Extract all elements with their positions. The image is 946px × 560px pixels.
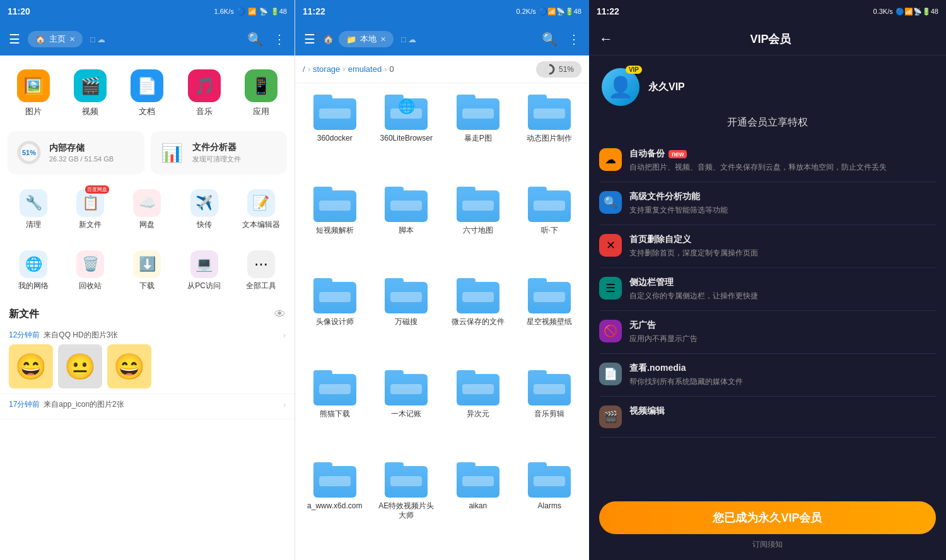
file-source-2: 来自app_icon的图片2张 bbox=[44, 399, 124, 410]
tool-alltools[interactable]: ⋯ 全部工具 bbox=[233, 245, 289, 296]
new-files-action[interactable]: 👁 bbox=[274, 308, 286, 321]
folder-awww[interactable]: a_www.x6d.com bbox=[300, 456, 370, 555]
tool-pcaccess[interactable]: 💻 从PC访问 bbox=[176, 245, 233, 296]
category-photos[interactable]: 🖼️ 图片 bbox=[5, 66, 62, 121]
folder-yimu[interactable]: 一木记账 bbox=[372, 364, 441, 453]
tool-recycle[interactable]: 🗑️ 回收站 bbox=[62, 245, 119, 296]
menu-button-2[interactable]: ☰ bbox=[301, 29, 318, 49]
analysis-text: 高级文件分析功能 支持重复文件智能筛选等功能 bbox=[629, 191, 728, 216]
backup-text: 自动备份 new 自动把图片、视频、音频、文件夹保存到云盘，释放本地空间，防止文… bbox=[629, 148, 887, 173]
internal-storage-size: 26.32 GB / 51.54 GB bbox=[49, 155, 114, 163]
bt-icon-2: 🔵📶📡🔋48 bbox=[539, 8, 581, 16]
folder-sixmap[interactable]: 六寸地图 bbox=[443, 180, 513, 270]
breadcrumb-storage[interactable]: storage bbox=[313, 64, 340, 74]
local-tab-close[interactable]: ✕ bbox=[380, 35, 386, 44]
search-button-1[interactable]: 🔍 bbox=[245, 29, 266, 49]
home-tab-close[interactable]: ✕ bbox=[69, 35, 75, 44]
tool-download[interactable]: ⬇️ 下载 bbox=[119, 245, 175, 296]
more-button-2[interactable]: ⋮ bbox=[565, 29, 583, 49]
folder-script[interactable]: 脚本 bbox=[372, 180, 441, 270]
local-tab[interactable]: 📁 本地 ✕ bbox=[339, 31, 394, 47]
photos-label: 图片 bbox=[25, 106, 42, 117]
folder-dongtai[interactable]: 动态图片制作 bbox=[515, 88, 585, 178]
vip-avatar: 👤 VIP bbox=[602, 68, 639, 106]
feature-noad: 🚫 无广告 应用内不再显示广告 bbox=[599, 311, 936, 354]
back-button[interactable]: ← bbox=[599, 31, 613, 47]
analyzer-sub: 发现可清理文件 bbox=[192, 155, 241, 164]
backup-title: 自动备份 new bbox=[629, 148, 887, 160]
folder-avatar[interactable]: 头像设计师 bbox=[300, 272, 370, 361]
download-icon: ⬇️ bbox=[133, 250, 161, 278]
folder-listen[interactable]: 听·下 bbox=[515, 180, 585, 270]
nomedia-text: 查看.nomedia 帮你找到所有系统隐藏的媒体文件 bbox=[629, 363, 743, 387]
folder-ae[interactable]: AE特效视频片头大师 bbox=[372, 456, 441, 555]
folder-360docker[interactable]: 360docker bbox=[300, 88, 370, 178]
tool-clean[interactable]: 🔧 清理 bbox=[5, 184, 62, 235]
sidebar-icon: ☰ bbox=[599, 277, 622, 300]
folder-name-awww: a_www.x6d.com bbox=[307, 501, 362, 511]
breadcrumb-root[interactable]: / bbox=[303, 64, 305, 74]
category-grid: 🖼️ 图片 🎬 视频 📄 文档 🎵 音乐 📱 应用 bbox=[0, 55, 295, 126]
tool-fastransfer[interactable]: ✈️ 快传 bbox=[176, 184, 233, 235]
more-button-1[interactable]: ⋮ bbox=[271, 29, 288, 49]
folder-musicclip[interactable]: 音乐剪辑 bbox=[515, 364, 585, 453]
sidebar-title: 侧边栏管理 bbox=[629, 277, 758, 288]
folder-weiyun[interactable]: 微云保存的文件 bbox=[443, 272, 513, 361]
new-badge: new bbox=[669, 150, 687, 158]
search-button-2[interactable]: 🔍 bbox=[539, 29, 560, 49]
panel-filebrowser: 11:22 0.2K/s 🔵📶📡🔋48 ☰ 🏠 📁 本地 ✕ □ ☁ 🔍 ⋮ /… bbox=[295, 0, 589, 560]
battery-icon: 🔋48 bbox=[271, 8, 287, 16]
menu-button-1[interactable]: ☰ bbox=[6, 29, 23, 49]
texteditor-label: 文本编辑器 bbox=[242, 219, 280, 230]
folder-360litebrowser[interactable]: 🌐 360LiteBrowser bbox=[372, 88, 441, 178]
thumb-1-2: 😐 bbox=[58, 344, 102, 388]
folder-shortvideo[interactable]: 短视频解析 bbox=[300, 180, 370, 270]
folder-baozoupt[interactable]: 暴走P图 bbox=[443, 88, 513, 178]
file-time-2: 17分钟前 bbox=[9, 399, 40, 410]
feature-sidebar: ☰ 侧边栏管理 自定义你的专属侧边栏，让操作更快捷 bbox=[599, 268, 936, 311]
nomedia-icon: 📄 bbox=[599, 363, 622, 385]
tool-texteditor[interactable]: 📝 文本编辑器 bbox=[233, 184, 289, 235]
status-time-3: 11:22 bbox=[597, 6, 619, 16]
alltools-icon: ⋯ bbox=[247, 250, 275, 278]
breadcrumb-current: 0 bbox=[390, 64, 394, 74]
vip-footnote[interactable]: 订阅须知 bbox=[599, 539, 936, 550]
panel-vip: 11:22 0.3K/s 🔵📶📡🔋48 ← VIP会员 👤 VIP 永久VIP … bbox=[589, 0, 946, 560]
folder-alarms[interactable]: Alarms bbox=[515, 456, 585, 555]
category-video[interactable]: 🎬 视频 bbox=[62, 66, 119, 121]
storage-donut: 51% bbox=[15, 139, 43, 166]
file-entry-2[interactable]: 17分钟前 来自app_icon的图片2张 › bbox=[0, 394, 295, 419]
tool-netdisk[interactable]: ☁️ 网盘 bbox=[119, 184, 175, 235]
newfile-badge: 百度网盘 bbox=[85, 185, 109, 194]
folder-wanci[interactable]: 万磁搜 bbox=[372, 272, 441, 361]
analyzer-label: 文件分析器 bbox=[192, 142, 241, 153]
category-apps[interactable]: 📱 应用 bbox=[233, 66, 289, 121]
status-bar-2: 11:22 0.2K/s 🔵📶📡🔋48 bbox=[295, 0, 589, 23]
alltools-label: 全部工具 bbox=[246, 281, 276, 291]
recycle-icon: 🗑️ bbox=[76, 250, 104, 278]
folder-aikan[interactable]: aikan bbox=[443, 456, 513, 555]
feature-analysis: 🔍 高级文件分析功能 支持重复文件智能筛选等功能 bbox=[599, 182, 936, 225]
home-tab[interactable]: 🏠 主页 ✕ bbox=[28, 31, 83, 47]
folder-name-ae: AE特效视频片头大师 bbox=[376, 501, 438, 521]
folder-name-360docker: 360docker bbox=[317, 134, 353, 144]
tools-grid-2: 🌐 我的网络 🗑️ 回收站 ⬇️ 下载 💻 从PC访问 ⋯ 全部工具 bbox=[0, 240, 295, 301]
folder-name-360lite: 360LiteBrowser bbox=[380, 134, 433, 144]
category-docs[interactable]: 📄 文档 bbox=[119, 66, 175, 121]
breadcrumb-emulated[interactable]: emulated bbox=[348, 64, 382, 74]
category-music[interactable]: 🎵 音乐 bbox=[176, 66, 233, 121]
folder-name-baozoupt: 暴走P图 bbox=[464, 134, 492, 144]
folder-yiciyuan[interactable]: 异次元 bbox=[443, 364, 513, 453]
folder-name-yiciyuan: 异次元 bbox=[467, 409, 489, 419]
vip-join-button[interactable]: 您已成为永久VIP会员 bbox=[599, 501, 936, 534]
analyzer-card[interactable]: 📊 文件分析器 发现可清理文件 bbox=[151, 131, 288, 174]
folder-panda[interactable]: 熊猫下载 bbox=[300, 364, 370, 453]
tool-newfile[interactable]: 📋 百度网盘 新文件 bbox=[62, 184, 119, 235]
file-entry-1[interactable]: 12分钟前 来自QQ HD的图片3张 › 😄 😐 😄 bbox=[0, 325, 295, 394]
folder-starwall[interactable]: 星空视频壁纸 bbox=[515, 272, 585, 361]
tool-mynetwork[interactable]: 🌐 我的网络 bbox=[5, 245, 62, 296]
analysis-desc: 支持重复文件智能筛选等功能 bbox=[629, 204, 728, 216]
storage-percent-2: 51% bbox=[559, 65, 574, 74]
internal-storage-card[interactable]: 51% 内部存储 26.32 GB / 51.54 GB bbox=[8, 131, 144, 174]
status-bar-1: 11:20 1.6K/s 🔵 📶 📡 🔋48 bbox=[0, 0, 295, 23]
